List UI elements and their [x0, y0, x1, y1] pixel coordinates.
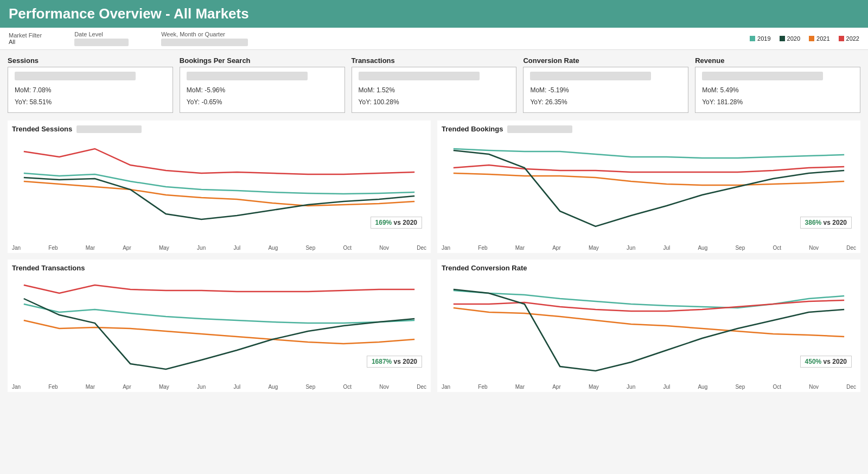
kpi-transactions-yoy: YoY: 100.28% [359, 97, 510, 109]
week-month-filter[interactable]: Week, Month or Quarter [161, 31, 248, 46]
chart-sessions-container: 169% vs 2020 [12, 135, 426, 244]
kpi-conversion-yoy: YoY: 26.35% [530, 97, 681, 109]
kpi-conversion-mom: MoM: -5.19% [530, 85, 681, 97]
date-level-filter[interactable]: Date Level [74, 31, 129, 46]
chart-conversion-badge-text: vs 2020 [824, 358, 847, 365]
chart-bookings-badge-text: vs 2020 [824, 219, 847, 226]
chart-bookings-title-bar [507, 125, 572, 133]
chart-transactions-badge-text: vs 2020 [394, 358, 417, 365]
chart-sessions-badge: 169% vs 2020 [371, 217, 422, 229]
week-month-label: Week, Month or Quarter [161, 31, 248, 37]
market-filter-label: Market Filter [9, 32, 42, 39]
legend-label-2021: 2021 [816, 35, 829, 42]
chart-sessions-title: Trended Sessions [12, 125, 426, 133]
chart-bookings-badge-pct: 386% [805, 219, 822, 226]
kpi-sessions-yoy: YoY: 58.51% [15, 97, 166, 109]
kpi-revenue-mom: MoM: 5.49% [702, 85, 853, 97]
kpi-conversion-box: MoM: -5.19% YoY: 26.35% [523, 67, 688, 113]
kpi-transactions-box: MoM: 1.52% YoY: 100.28% [352, 67, 517, 113]
kpi-bookings-per-search-title: Bookings Per Search [180, 56, 345, 65]
chart-transactions-svg [12, 274, 426, 383]
chart-conversion-badge-pct: 450% [805, 358, 822, 365]
page-title: Performance Overview - All Markets [9, 5, 859, 22]
chart-transactions-badge: 1687% vs 2020 [367, 356, 422, 368]
week-month-slicer[interactable] [161, 39, 248, 46]
legend-dot-2019 [750, 36, 755, 41]
kpi-transactions-title: Transactions [352, 56, 517, 65]
page-header: Performance Overview - All Markets [0, 0, 868, 28]
kpi-row: Sessions MoM: 7.08% YoY: 58.51% Bookings… [0, 50, 868, 117]
chart-bookings-xaxis: JanFebMarAprMayJunJulAugSepOctNovDec [442, 244, 856, 251]
chart-transactions-xaxis: JanFebMarAprMayJunJulAugSepOctNovDec [12, 383, 426, 390]
market-filter-value: All [9, 39, 42, 45]
legend-label-2022: 2022 [846, 35, 859, 42]
charts-area: Trended Sessions 169% vs 2020 JanFebMarA… [0, 117, 868, 395]
kpi-bookings-mom: MoM: -5.96% [187, 85, 338, 97]
kpi-revenue-yoy: YoY: 181.28% [702, 97, 853, 109]
chart-conversion-svg [442, 274, 856, 383]
kpi-sessions: Sessions MoM: 7.08% YoY: 58.51% [8, 56, 173, 113]
kpi-transactions-value-bar [359, 72, 480, 80]
date-level-slicer[interactable] [74, 39, 129, 46]
kpi-bookings-value-bar [187, 72, 308, 80]
chart-transactions-title: Trended Transactions [12, 264, 426, 272]
chart-trended-bookings: Trended Bookings 386% vs 2020 JanFebMarA… [437, 121, 860, 253]
chart-bookings-badge: 386% vs 2020 [800, 217, 852, 229]
chart-conversion-badge: 450% vs 2020 [800, 356, 852, 368]
legend-2020: 2020 [780, 35, 800, 42]
legend-dot-2020 [780, 36, 785, 41]
legend-label-2020: 2020 [787, 35, 800, 42]
kpi-sessions-mom: MoM: 7.08% [15, 85, 166, 97]
chart-transactions-badge-pct: 1687% [372, 358, 392, 365]
kpi-conversion-title: Conversion Rate [523, 56, 688, 65]
legend-dot-2022 [839, 36, 844, 41]
kpi-revenue-box: MoM: 5.49% YoY: 181.28% [695, 67, 860, 113]
chart-sessions-xaxis: JanFebMarAprMayJunJulAugSepOctNovDec [12, 244, 426, 251]
kpi-revenue-title: Revenue [695, 56, 860, 65]
kpi-transactions-mom: MoM: 1.52% [359, 85, 510, 97]
kpi-bookings-per-search-box: MoM: -5.96% YoY: -0.65% [180, 67, 345, 113]
chart-transactions-container: 1687% vs 2020 [12, 274, 426, 383]
chart-bookings-container: 386% vs 2020 [442, 135, 856, 244]
chart-conversion-container: 450% vs 2020 [442, 274, 856, 383]
chart-trended-sessions: Trended Sessions 169% vs 2020 JanFebMarA… [8, 121, 431, 253]
chart-trended-transactions: Trended Transactions 1687% vs 2020 JanFe… [8, 260, 431, 392]
chart-bookings-title: Trended Bookings [442, 125, 856, 133]
chart-sessions-title-bar [76, 125, 142, 133]
kpi-bookings-per-search: Bookings Per Search MoM: -5.96% YoY: -0.… [180, 56, 345, 113]
kpi-conversion-rate: Conversion Rate MoM: -5.19% YoY: 26.35% [523, 56, 688, 113]
kpi-bookings-yoy: YoY: -0.65% [187, 97, 338, 109]
chart-trended-conversion: Trended Conversion Rate 450% vs 2020 Jan… [437, 260, 860, 392]
legend-label-2019: 2019 [757, 35, 770, 42]
chart-sessions-badge-text: vs 2020 [394, 219, 417, 226]
date-level-label: Date Level [74, 31, 129, 37]
kpi-revenue-value-bar [702, 72, 823, 80]
filters-bar: Market Filter All Date Level Week, Month… [0, 28, 868, 50]
chart-bookings-svg [442, 135, 856, 244]
kpi-conversion-value-bar [530, 72, 651, 80]
chart-conversion-xaxis: JanFebMarAprMayJunJulAugSepOctNovDec [442, 383, 856, 390]
chart-sessions-badge-pct: 169% [375, 219, 392, 226]
kpi-transactions: Transactions MoM: 1.52% YoY: 100.28% [352, 56, 517, 113]
kpi-sessions-value-bar [15, 72, 136, 80]
kpi-sessions-title: Sessions [8, 56, 173, 65]
chart-sessions-svg [12, 135, 426, 244]
legend-2022: 2022 [839, 35, 859, 42]
legend-2021: 2021 [809, 35, 829, 42]
legend-dot-2021 [809, 36, 814, 41]
kpi-revenue: Revenue MoM: 5.49% YoY: 181.28% [695, 56, 860, 113]
chart-conversion-title: Trended Conversion Rate [442, 264, 856, 272]
legend-2019: 2019 [750, 35, 770, 42]
kpi-sessions-box: MoM: 7.08% YoY: 58.51% [8, 67, 173, 113]
chart-legend: 2019 2020 2021 2022 [750, 35, 859, 42]
market-filter[interactable]: Market Filter All [9, 32, 42, 45]
